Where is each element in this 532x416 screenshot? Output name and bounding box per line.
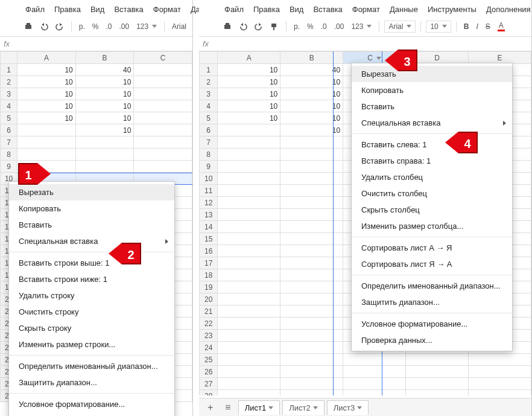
row-header[interactable]: 9 (200, 161, 218, 173)
ctx-copy[interactable]: Копировать (352, 82, 512, 98)
cell[interactable] (280, 185, 343, 197)
cell[interactable] (406, 366, 469, 378)
cell[interactable] (134, 161, 192, 173)
row-header[interactable]: 1 (1, 64, 17, 76)
cell[interactable] (469, 378, 531, 390)
cell[interactable]: 10 (218, 100, 280, 112)
cell[interactable] (218, 136, 280, 149)
cell[interactable] (134, 112, 192, 124)
cell[interactable] (280, 306, 343, 318)
cell[interactable] (280, 173, 343, 185)
row-header[interactable]: 18 (200, 269, 218, 281)
column-header-C[interactable]: C (343, 52, 406, 64)
cell[interactable] (218, 366, 280, 378)
cell[interactable] (280, 378, 343, 390)
row-header[interactable]: 23 (200, 330, 218, 342)
decrease-decimal[interactable]: .0 (318, 21, 329, 32)
sheet-tab-1[interactable]: Лист1 (238, 400, 280, 415)
cell[interactable] (218, 378, 280, 390)
cell[interactable] (280, 269, 343, 281)
row-header[interactable]: 11 (200, 185, 218, 197)
row-header[interactable]: 3 (200, 88, 218, 100)
row-header[interactable]: 7 (1, 136, 17, 149)
ctx-paste[interactable]: Вставить (352, 98, 512, 115)
font-select[interactable]: Arial (169, 21, 189, 32)
row-header[interactable]: 15 (200, 233, 218, 245)
cell[interactable] (134, 136, 192, 149)
column-header-A[interactable]: A (218, 52, 280, 64)
cell[interactable] (134, 76, 192, 88)
bold-button[interactable]: B (461, 21, 472, 32)
ctx-paste-special[interactable]: Специальная вставка (352, 115, 512, 131)
percent-format[interactable]: % (90, 21, 101, 32)
currency-format[interactable]: р. (291, 21, 302, 32)
cell[interactable] (218, 318, 280, 330)
print-icon[interactable] (22, 21, 35, 32)
cell[interactable] (280, 390, 343, 396)
cell[interactable] (17, 136, 76, 149)
cell[interactable]: 10 (218, 112, 280, 124)
cell[interactable] (469, 390, 531, 396)
cell[interactable] (280, 281, 343, 293)
cell[interactable] (218, 281, 280, 293)
row-header[interactable]: 19 (200, 281, 218, 293)
cell[interactable] (343, 378, 406, 390)
cell[interactable] (218, 330, 280, 342)
ctx-delete-row[interactable]: Удалить строку (9, 287, 174, 304)
cell[interactable]: 10 (280, 124, 343, 136)
ctx-named-range[interactable]: Определить именованный диапазон... (9, 358, 174, 374)
formula-bar[interactable]: fx (0, 37, 192, 51)
cell[interactable] (280, 209, 343, 221)
ctx-delete-col[interactable]: Удалить столбец (352, 169, 512, 185)
cell[interactable] (469, 366, 531, 378)
undo-icon[interactable] (37, 21, 51, 32)
row-header[interactable]: 1 (200, 64, 218, 76)
font-select[interactable]: Arial (384, 21, 416, 33)
cell[interactable] (75, 161, 134, 173)
currency-format[interactable]: р. (77, 21, 87, 32)
cell[interactable] (280, 161, 343, 173)
text-color-button[interactable]: A (495, 20, 507, 33)
all-sheets-button[interactable]: ≡ (220, 400, 235, 415)
cell[interactable]: 10 (17, 100, 76, 112)
percent-format[interactable]: % (305, 21, 316, 32)
menu-data[interactable]: Данные (386, 4, 422, 15)
cell[interactable] (406, 390, 469, 396)
more-formats[interactable]: 123 (349, 21, 374, 32)
row-header[interactable]: 22 (200, 318, 218, 330)
ctx-insert-rows-above[interactable]: Вставить строки выше: 1 (9, 255, 174, 271)
ctx-named-range[interactable]: Определить именованный диапазон... (352, 278, 512, 294)
ctx-insert-cols-left[interactable]: Вставить слева: 1 (352, 136, 512, 153)
cell[interactable]: 10 (75, 88, 134, 100)
ctx-clear-col[interactable]: Очистить столбец (352, 185, 512, 202)
cell[interactable] (218, 257, 280, 269)
row-header[interactable]: 2 (200, 76, 218, 88)
cell[interactable] (134, 88, 192, 100)
cell[interactable] (280, 354, 343, 366)
cell[interactable] (218, 173, 280, 185)
ctx-resize-col[interactable]: Изменить размер столбца... (352, 218, 512, 234)
row-header[interactable]: 6 (200, 124, 218, 136)
cell[interactable] (406, 354, 469, 366)
row-header[interactable]: 4 (1, 100, 17, 112)
ctx-protect-range[interactable]: Защитить диапазон... (352, 294, 512, 310)
sheet-tab-3[interactable]: Лист3 (327, 400, 369, 415)
cell[interactable] (469, 354, 531, 366)
cell[interactable] (280, 293, 343, 306)
cell[interactable] (218, 124, 280, 136)
cell[interactable] (218, 354, 280, 366)
cell[interactable] (280, 149, 343, 161)
cell[interactable] (134, 64, 192, 76)
row-header[interactable]: 7 (200, 136, 218, 149)
menu-file[interactable]: Файл (22, 4, 48, 15)
increase-decimal[interactable]: .00 (332, 21, 347, 32)
cell[interactable]: 10 (17, 64, 76, 76)
formula-bar[interactable]: fx (199, 37, 531, 51)
ctx-cut[interactable]: Вырезать (9, 184, 174, 200)
strike-button[interactable]: S (483, 21, 493, 32)
menu-addons[interactable]: Дополнения (483, 4, 532, 15)
cell[interactable]: 10 (280, 76, 343, 88)
cell[interactable] (134, 149, 192, 161)
add-sheet-button[interactable]: + (203, 400, 218, 415)
menu-file[interactable]: Файл (221, 4, 247, 15)
